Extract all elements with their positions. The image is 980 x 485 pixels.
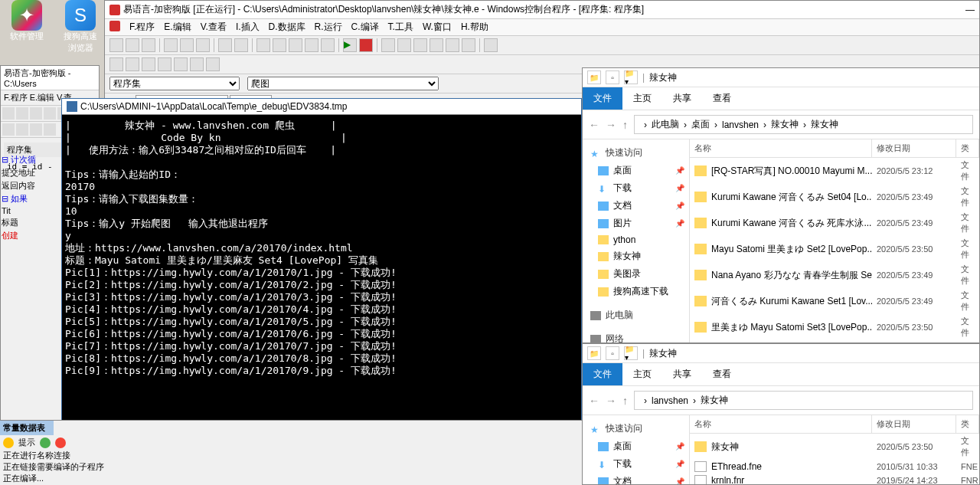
sidebar-downloads[interactable]: ⬇下载📌 (583, 455, 689, 473)
menu-compile[interactable]: C.编译 (351, 21, 379, 34)
menu-window[interactable]: W.窗口 (423, 21, 452, 34)
sidebar-downloads[interactable]: ⬇下载📌 (583, 179, 689, 197)
file-row[interactable]: 里美まゆ Mayu Satomi Set3 [LovePop...2020/5/… (690, 314, 979, 340)
tb-open-icon[interactable] (126, 38, 139, 52)
file-row[interactable]: EThread.fne2010/5/31 10:33FNE (690, 460, 979, 474)
tree-node[interactable]: 提交地址 (0, 166, 61, 179)
tb-icon[interactable] (397, 38, 411, 52)
tb-new-icon[interactable] (109, 38, 123, 52)
crumb[interactable]: 辣女神 (811, 118, 838, 131)
tree-node[interactable]: 标题 (0, 216, 61, 229)
nav-back-icon[interactable]: ← (589, 395, 599, 407)
tb-icon[interactable] (289, 38, 302, 52)
col-type[interactable]: 类 (956, 139, 979, 157)
col-name[interactable]: 名称 (690, 415, 872, 433)
sidebar-lanvshen[interactable]: 辣女神 (583, 247, 689, 265)
tab-share[interactable]: 共享 (662, 363, 702, 385)
ide-toolbar-1[interactable]: ▶ (105, 36, 979, 55)
menu-program[interactable]: F.程序 (129, 21, 155, 34)
console-body[interactable]: | 辣女神 - www.lanvshen.com 爬虫 | | Code By … (62, 115, 581, 382)
tb-icon[interactable] (321, 38, 335, 52)
crumb[interactable]: 此电脑 (652, 118, 679, 131)
tb-icon[interactable] (305, 38, 318, 52)
tb-icon[interactable] (381, 38, 395, 52)
menu-run[interactable]: R.运行 (315, 21, 342, 34)
tab-home[interactable]: 主页 (622, 87, 662, 110)
menu-edit[interactable]: E.编辑 (164, 21, 191, 34)
tb-icon[interactable] (109, 57, 123, 71)
file-row[interactable]: Nana Ayano 彩乃なな 青春学生制服 Se...2020/5/5 23:… (690, 262, 979, 288)
ide-menubar[interactable]: F.程序 E.编辑 V.查看 I.插入 D.数据库 R.运行 C.编译 T.工具… (105, 19, 979, 36)
tree-node[interactable]: 创建 (0, 229, 61, 242)
crumb[interactable]: 辣女神 (771, 118, 799, 131)
menu-insert[interactable]: I.插入 (236, 21, 260, 34)
tb-icon[interactable] (142, 57, 155, 71)
dropdown-module[interactable]: 程序集 (109, 77, 240, 90)
list-header[interactable]: 名称 修改日期 类 (690, 415, 979, 434)
folder-dd-icon[interactable]: 📁▾ (624, 346, 638, 360)
crumb[interactable]: lanvshen (722, 120, 759, 130)
tb-paste-icon[interactable] (196, 38, 210, 52)
sidebar-quick-access[interactable]: ★快速访问 (583, 420, 689, 437)
console-titlebar[interactable]: C:\Users\ADMINI~1\AppData\Local\Temp\e_d… (62, 99, 581, 115)
tree-node[interactable]: 返回内容 (0, 179, 61, 192)
col-date[interactable]: 修改日期 (872, 139, 956, 157)
file-row[interactable]: Mayu Satomi 里美まゆ Set2 [LovePop...2020/5/… (690, 236, 979, 262)
menu-database[interactable]: D.数据库 (269, 21, 305, 34)
tb-icon[interactable] (158, 57, 172, 71)
sidebar-documents[interactable]: 文档📌 (583, 197, 689, 215)
address-bar[interactable]: ›此电脑 ›桌面 ›lanvshen ›辣女神 ›辣女神 (634, 115, 973, 134)
crumb[interactable]: 桌面 (691, 118, 710, 131)
dropdown-function[interactable]: 爬图 (247, 77, 439, 90)
nav-fwd-icon[interactable]: → (606, 395, 616, 407)
crumb[interactable]: lanvshen (652, 395, 688, 406)
sidebar-pictures[interactable]: 图片📌 (583, 215, 689, 232)
sidebar-quick-access[interactable]: ★快速访问 (583, 144, 689, 162)
sidebar-desktop[interactable]: 桌面📌 (583, 162, 689, 179)
tb-copy-icon[interactable] (180, 38, 194, 52)
file-row[interactable]: Kurumi Kawane 河音くるみ Set04 [Lo...2020/5/5… (690, 184, 979, 210)
tb-icon[interactable] (256, 38, 270, 52)
folder-dd-icon[interactable]: 📁▾ (624, 70, 638, 84)
ide-titlebar[interactable]: 易语言-加密狗版 [正在运行] - C:\Users\Administrator… (105, 1, 979, 19)
tb-cut-icon[interactable] (164, 38, 178, 52)
tb-icon[interactable] (126, 57, 139, 71)
file-row[interactable]: 木木《风情万种肉丝旗袍》[异思趣向IE...2020/5/5 23:48文件 (690, 340, 979, 342)
menu-help[interactable]: H.帮助 (461, 21, 488, 34)
tb-redo-icon[interactable] (234, 38, 248, 52)
tab-file[interactable]: 文件 (583, 87, 622, 110)
col-type[interactable]: 类 (956, 415, 979, 433)
tab-file[interactable]: 文件 (583, 363, 622, 385)
nav-up-icon[interactable]: ↑ (622, 395, 628, 407)
window-controls[interactable]: — (965, 5, 975, 15)
list-header[interactable]: 名称 修改日期 类 (690, 139, 979, 158)
tree-node[interactable]: ⊟ 计次循 (0, 153, 61, 166)
sidebar-desktop[interactable]: 桌面📌 (583, 437, 689, 455)
tb-icon[interactable] (206, 57, 220, 71)
menu-view[interactable]: V.查看 (201, 21, 227, 34)
desktop-icon-browser[interactable]: S 搜狗高速浏览器 (61, 0, 100, 54)
sidebar-meitu[interactable]: 美图录 (583, 265, 689, 283)
folder-btn-icon[interactable]: 📁 (587, 70, 601, 84)
file-row[interactable]: 河音くるみ Kurumi Kawane Set1 [Lov...2020/5/5… (690, 288, 979, 314)
col-date[interactable]: 修改日期 (872, 415, 956, 433)
crumb[interactable]: 辣女神 (701, 394, 728, 407)
tb-save-icon[interactable] (142, 38, 155, 52)
tb-icon[interactable] (273, 38, 286, 52)
tb-stop-icon[interactable] (359, 38, 373, 52)
nav-up-icon[interactable]: ↑ (622, 119, 628, 131)
tb-icon[interactable] (446, 38, 459, 52)
const-table-title[interactable]: 常量数据表 (0, 421, 54, 435)
tb-undo-icon[interactable] (218, 38, 232, 52)
file-row[interactable]: Kurumi Kawane 河音くるみ 死库水泳...2020/5/5 23:4… (690, 210, 979, 236)
sidebar-thispc[interactable]: 此电脑 (583, 306, 689, 324)
tab-view[interactable]: 查看 (702, 87, 742, 110)
sidebar-documents[interactable]: 文档📌 (583, 473, 689, 484)
tree-node[interactable]: Tit (0, 205, 61, 216)
sidebar-sogou[interactable]: 搜狗高速下载 (583, 283, 689, 300)
tb-icon[interactable] (174, 57, 188, 71)
menu-tools[interactable]: T.工具 (388, 21, 413, 34)
tab-home[interactable]: 主页 (622, 363, 662, 385)
explorer2-titlebar[interactable]: 📁 ▫ 📁▾ | 辣女神 (583, 344, 979, 363)
address-bar[interactable]: ›lanvshen ›辣女神 (634, 391, 973, 410)
